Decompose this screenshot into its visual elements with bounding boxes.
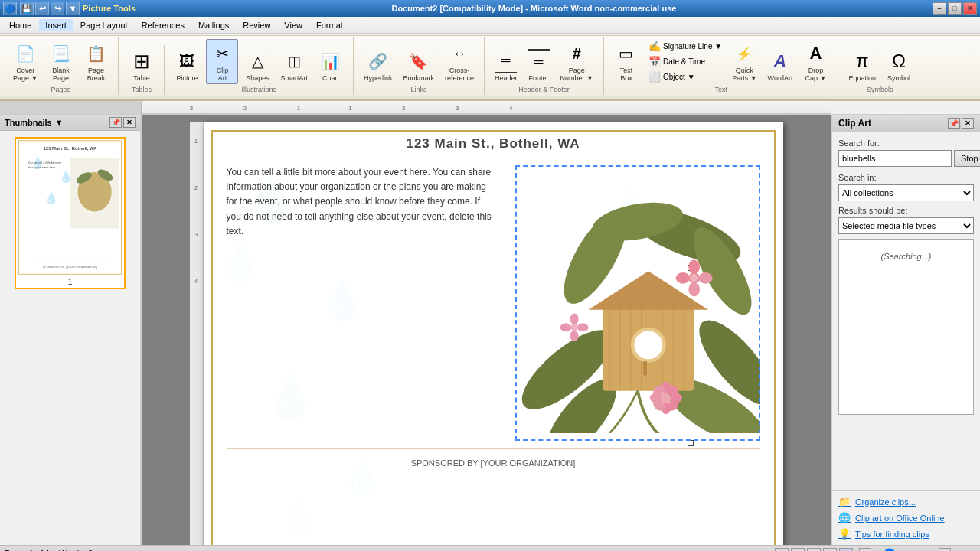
thumbnails-pin[interactable]: 📌 bbox=[109, 117, 122, 128]
table-button[interactable]: ⊞ Table bbox=[126, 47, 158, 84]
svg-rect-50 bbox=[643, 361, 647, 375]
search-label: Search for: bbox=[838, 139, 974, 148]
status-bar: Page: 1 of 1 Words: 0 ✓ ▤ ▣ ⬜ ≡ ▦ – + 10… bbox=[0, 545, 980, 551]
menu-mailings[interactable]: Mailings bbox=[192, 19, 235, 31]
svg-point-54 bbox=[675, 272, 689, 284]
minimize-button[interactable]: – bbox=[933, 2, 946, 15]
zoom-out-button[interactable]: – bbox=[859, 548, 871, 552]
signature-line-button[interactable]: ✍ Signature Line ▼ bbox=[645, 39, 725, 54]
equation-icon: π bbox=[850, 49, 874, 73]
header-button[interactable]: ═ Header bbox=[491, 47, 521, 84]
organize-icon: 📁 bbox=[838, 496, 851, 507]
equation-button[interactable]: π Equation bbox=[844, 47, 880, 84]
bookmark-button[interactable]: 🔖 Bookmark bbox=[399, 47, 438, 84]
object-button[interactable]: ⬜ Object ▼ bbox=[645, 70, 725, 84]
date-time-button[interactable]: 📅 Date & Time bbox=[645, 54, 725, 69]
picture-icon: 🖼 bbox=[175, 49, 199, 73]
svg-point-52 bbox=[688, 259, 700, 273]
signature-icon: ✍ bbox=[648, 41, 661, 52]
main-layout: Thumbnails ▼ 📌 ✕ 💧 💧 💧 bbox=[0, 115, 980, 545]
table-icon: ⊞ bbox=[129, 49, 154, 73]
wordart-button[interactable]: A WordArt bbox=[764, 47, 797, 84]
thumbnail-page-1[interactable]: 💧 💧 💧 123 Main St., Bothell, WA You can … bbox=[15, 137, 126, 289]
view-fullscreen[interactable]: ⬜ bbox=[807, 548, 821, 552]
selection-handle-ml[interactable] bbox=[688, 440, 694, 446]
clipart-pin[interactable]: 📌 bbox=[948, 118, 960, 129]
wordart-icon: A bbox=[768, 49, 792, 73]
svg-point-55 bbox=[698, 272, 712, 284]
close-button[interactable]: ✕ bbox=[963, 2, 977, 15]
thumbnails-dropdown-arrow[interactable]: ▼ bbox=[55, 118, 64, 127]
footer-button[interactable]: ═ Footer bbox=[524, 47, 554, 84]
cross-ref-icon: ↔ bbox=[447, 41, 472, 66]
svg-point-56 bbox=[690, 274, 698, 282]
blank-page-icon: 📃 bbox=[48, 41, 73, 66]
header-icon: ═ bbox=[495, 49, 517, 73]
cover-page-button[interactable]: 📄 CoverPage ▼ bbox=[9, 39, 41, 84]
menu-home[interactable]: Home bbox=[3, 19, 38, 31]
cross-reference-button[interactable]: ↔ Cross-reference bbox=[441, 39, 478, 84]
save-quick[interactable]: 💾 bbox=[20, 2, 34, 15]
searching-text: (Searching...) bbox=[880, 252, 931, 261]
blank-page-button[interactable]: 📃 BlankPage bbox=[44, 39, 77, 84]
clipart-close[interactable]: ✕ bbox=[962, 118, 974, 129]
smartart-button[interactable]: ◫ SmartArt bbox=[276, 47, 312, 84]
page-content: You can tell a little bit more about you… bbox=[204, 158, 783, 448]
page-text: You can tell a little bit more about you… bbox=[227, 165, 500, 441]
ribbon-group-symbols: π Equation Ω Symbol Symbols bbox=[838, 45, 921, 95]
menu-format[interactable]: Format bbox=[310, 19, 349, 31]
svg-text:💧: 💧 bbox=[279, 498, 318, 534]
undo-quick[interactable]: ↩ bbox=[35, 2, 49, 15]
thumbnails-close[interactable]: ✕ bbox=[123, 117, 136, 128]
zoom-in-button[interactable]: + bbox=[939, 548, 951, 552]
shapes-button[interactable]: △ Shapes bbox=[241, 47, 273, 84]
redo-quick[interactable]: ↪ bbox=[51, 2, 64, 15]
results-type-select[interactable]: Selected media file types All media file… bbox=[838, 217, 974, 234]
window-title: Document2 [Compatibility Mode] - Microso… bbox=[136, 4, 933, 13]
ruler-right-spacer bbox=[831, 101, 980, 114]
hyperlink-icon: 🔗 bbox=[366, 49, 390, 73]
drop-cap-button[interactable]: A DropCap ▼ bbox=[799, 39, 831, 84]
view-normal[interactable]: ▤ bbox=[775, 548, 789, 552]
view-draft[interactable]: ▦ bbox=[839, 548, 853, 552]
search-input[interactable] bbox=[838, 150, 952, 167]
menu-bar: Home Insert Page Layout References Maili… bbox=[0, 17, 980, 34]
organize-clips-link[interactable]: 📁 Organize clips... bbox=[838, 494, 974, 510]
view-web[interactable]: ≡ bbox=[823, 548, 837, 552]
menu-insert[interactable]: Insert bbox=[39, 19, 73, 31]
document-area[interactable]: 1234 💧 💧 💧 💧 💧 💧 💧 💧 bbox=[142, 115, 831, 545]
picture-button[interactable]: 🖼 Picture bbox=[171, 47, 203, 84]
maximize-button[interactable]: □ bbox=[948, 2, 962, 15]
svg-text:💧: 💧 bbox=[44, 191, 59, 205]
hyperlink-button[interactable]: 🔗 Hyperlink bbox=[360, 47, 397, 84]
ruler-container: -3 -2 -1 1 2 3 4 bbox=[0, 101, 980, 115]
ruler-horizontal: -3 -2 -1 1 2 3 4 bbox=[142, 101, 831, 115]
search-go-button[interactable]: Stop bbox=[954, 150, 980, 167]
page-number-button[interactable]: # PageNumber ▼ bbox=[557, 39, 597, 84]
menu-view[interactable]: View bbox=[278, 19, 309, 31]
customize-quick[interactable]: ▼ bbox=[66, 2, 80, 15]
ribbon-group-text: ▭ TextBox ✍ Signature Line ▼ 📅 Date & Ti… bbox=[604, 37, 838, 95]
svg-point-49 bbox=[634, 331, 662, 359]
chart-button[interactable]: 📊 Chart bbox=[315, 47, 347, 84]
menu-page-layout[interactable]: Page Layout bbox=[74, 19, 134, 31]
floral-image[interactable] bbox=[515, 165, 760, 441]
document-page: 💧 💧 💧 💧 💧 💧 💧 💧 123 Main St., bbox=[204, 122, 783, 545]
document-footer: SPONSORED BY [YOUR ORGANIZATION] bbox=[227, 448, 760, 475]
symbol-button[interactable]: Ω Symbol bbox=[883, 47, 915, 84]
picture-tools-label: Picture Tools bbox=[83, 4, 136, 13]
office-button[interactable]: 🔵 bbox=[3, 2, 17, 15]
text-box-button[interactable]: ▭ TextBox bbox=[610, 39, 642, 84]
quick-parts-button[interactable]: ⚡ QuickParts ▼ bbox=[728, 39, 760, 84]
office-online-link[interactable]: 🌐 Clip art on Office Online bbox=[838, 510, 974, 526]
search-results: (Searching...) bbox=[838, 239, 974, 415]
menu-review[interactable]: Review bbox=[237, 19, 276, 31]
search-in-select[interactable]: All collections My Collections Office Co… bbox=[838, 184, 974, 201]
page-break-button[interactable]: 📋 PageBreak bbox=[80, 39, 112, 84]
tips-link[interactable]: 💡 Tips for finding clips bbox=[838, 526, 974, 542]
footer-icon: ═ bbox=[528, 49, 550, 73]
clip-art-button[interactable]: ✂ ClipArt bbox=[206, 39, 238, 84]
view-layout[interactable]: ▣ bbox=[791, 548, 805, 552]
ribbon-group-links: 🔗 Hyperlink 🔖 Bookmark ↔ Cross-reference… bbox=[354, 37, 485, 95]
menu-references[interactable]: References bbox=[136, 19, 191, 31]
